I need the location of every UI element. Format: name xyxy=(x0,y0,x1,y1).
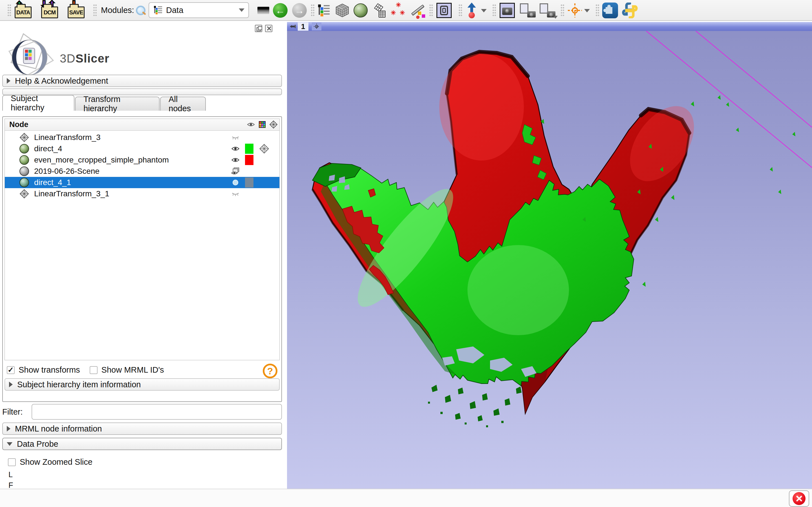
capture-view-button[interactable] xyxy=(500,2,515,19)
screenshot-button[interactable] xyxy=(437,2,452,19)
data-module-button[interactable] xyxy=(317,2,331,19)
python-console-button[interactable] xyxy=(622,2,638,19)
tab-label: All nodes xyxy=(168,95,197,113)
undock-panel-button[interactable] xyxy=(255,25,262,32)
visibility-toggle[interactable] xyxy=(229,132,242,143)
eye-open-icon xyxy=(231,157,240,163)
data-probe-section[interactable]: Data Probe xyxy=(2,438,282,450)
annotations-module-button[interactable]: ✳ ✳ ✳ xyxy=(391,2,407,19)
transforms-module-button[interactable] xyxy=(372,2,387,19)
toolbar-grip-handle[interactable] xyxy=(560,4,564,17)
table-row[interactable]: LinearTransform_3 xyxy=(5,132,280,143)
close-panel-button[interactable] xyxy=(265,25,272,32)
show-mrml-ids-checkbox[interactable] xyxy=(90,366,98,374)
markups-place-button[interactable] xyxy=(466,2,477,19)
slicer-window: ⬆ DATA ⬇ ⬆ DCM ⬇ SAVE Modules: xyxy=(0,0,812,507)
eye-partial-icon xyxy=(232,179,239,186)
back-arrow-icon: ← xyxy=(273,3,288,18)
editor-module-button[interactable] xyxy=(409,2,425,19)
module-history-button[interactable] xyxy=(256,2,271,19)
table-row[interactable]: LinearTransform_3_1 xyxy=(5,188,280,200)
scene-view-restore-button[interactable] xyxy=(539,2,555,19)
tab-all-nodes[interactable]: All nodes xyxy=(160,97,206,111)
node-label: direct_4 xyxy=(34,144,62,153)
save-folder-icon: SAVE xyxy=(68,6,85,18)
transform-node-icon xyxy=(19,133,29,142)
module-search-button[interactable] xyxy=(136,2,146,19)
chevron-down-icon[interactable] xyxy=(481,9,487,12)
module-selector-dropdown[interactable]: Data xyxy=(149,2,249,18)
show-zoomed-slice-checkbox[interactable] xyxy=(8,458,16,466)
show-zoomed-slice-row: Show Zoomed Slice xyxy=(8,457,93,467)
extensions-icon xyxy=(602,3,618,18)
scene-eye-icon xyxy=(231,167,240,175)
module-help-button[interactable]: ? xyxy=(263,363,277,378)
tree-header[interactable]: Node xyxy=(5,119,280,131)
toolbar-grip-handle[interactable] xyxy=(93,4,97,17)
item-information-label: Subject hierarchy item information xyxy=(17,380,141,389)
module-selector-value: Data xyxy=(166,6,183,15)
color-swatch[interactable] xyxy=(245,144,253,154)
visibility-toggle[interactable] xyxy=(229,177,242,187)
python-console-icon xyxy=(622,3,638,18)
tab-subject-hierarchy[interactable]: Subject hierarchy xyxy=(2,95,74,111)
node-label: LinearTransform_3 xyxy=(34,133,101,142)
show-transforms-row: ✓ Show transforms Show MRML ID's xyxy=(7,365,164,375)
scene-view-button[interactable] xyxy=(519,2,536,19)
toolbar-grip-handle[interactable] xyxy=(7,4,11,17)
toolbar-grip-handle[interactable] xyxy=(311,4,315,17)
visibility-column-icon[interactable] xyxy=(247,120,255,129)
toolbar-grip-handle[interactable] xyxy=(429,4,433,17)
table-row-selected[interactable]: direct_4_1 xyxy=(5,177,280,188)
dicom-button[interactable]: ⬇ ⬆ DCM xyxy=(41,2,58,19)
load-data-folder-icon: DATA xyxy=(15,6,32,18)
color-swatch[interactable] xyxy=(245,155,253,165)
item-information-section[interactable]: Subject hierarchy item information xyxy=(4,378,280,391)
table-row[interactable]: even_more_cropped_simple_phantom xyxy=(5,154,280,166)
toolbar-grip-handle[interactable] xyxy=(458,4,462,17)
load-data-button[interactable]: ⬆ DATA xyxy=(15,2,32,19)
view-settings-button[interactable] xyxy=(312,22,321,31)
vessel-bifurcation-render xyxy=(287,31,812,489)
help-section-label: Help & Acknowledgement xyxy=(15,76,108,86)
main-toolbar: ⬆ DATA ⬇ ⬆ DCM ⬇ SAVE Modules: xyxy=(0,0,812,21)
save-button[interactable]: ⬇ SAVE xyxy=(68,2,85,19)
volumes-module-button[interactable] xyxy=(335,2,350,19)
extensions-manager-button[interactable] xyxy=(602,2,618,19)
toolbar-grip-handle[interactable] xyxy=(596,4,599,17)
visibility-toggle[interactable] xyxy=(229,189,242,199)
toolbar-grip-handle[interactable] xyxy=(492,4,496,17)
filter-input[interactable] xyxy=(32,404,282,420)
pin-icon[interactable] xyxy=(289,24,297,29)
scene-visibility-toggle[interactable] xyxy=(229,166,242,176)
node-label: LinearTransform_3_1 xyxy=(34,189,109,198)
view-label[interactable]: 1 xyxy=(298,22,308,31)
crosshair-button[interactable] xyxy=(567,2,582,19)
module-back-button[interactable]: ← xyxy=(273,2,288,19)
tab-transform-hierarchy[interactable]: Transform hierarchy xyxy=(75,97,160,111)
filter-row: Filter: xyxy=(2,404,282,420)
view-crosshair-icon xyxy=(313,23,320,30)
load-data-label: DATA xyxy=(16,9,30,16)
question-mark-icon: ? xyxy=(267,365,273,377)
table-row[interactable]: direct_4 xyxy=(5,143,280,154)
tab-label: Subject hierarchy xyxy=(11,94,66,112)
chevron-down-icon[interactable] xyxy=(584,9,590,12)
visibility-toggle[interactable] xyxy=(229,144,242,154)
error-log-button[interactable] xyxy=(789,490,809,507)
show-zoomed-slice-label: Show Zoomed Slice xyxy=(20,457,93,467)
table-row[interactable]: 2019-06-26-Scene xyxy=(5,166,280,177)
show-transforms-checkbox[interactable]: ✓ xyxy=(7,366,15,374)
transform-column-icon[interactable] xyxy=(269,120,278,129)
transform-badge-icon[interactable] xyxy=(259,144,269,154)
dicom-label: DCM xyxy=(44,9,56,16)
threed-viewport[interactable]: 1 xyxy=(287,22,812,489)
module-forward-button[interactable]: → xyxy=(292,2,307,19)
color-swatch[interactable] xyxy=(245,177,253,187)
models-module-button[interactable] xyxy=(354,2,368,19)
model-node-icon xyxy=(19,178,29,187)
color-column-icon[interactable] xyxy=(258,120,266,129)
visibility-toggle[interactable] xyxy=(229,155,242,165)
mrml-node-information-section[interactable]: MRML node information xyxy=(2,422,282,435)
help-acknowledgement-section[interactable]: Help & Acknowledgement xyxy=(2,75,282,87)
